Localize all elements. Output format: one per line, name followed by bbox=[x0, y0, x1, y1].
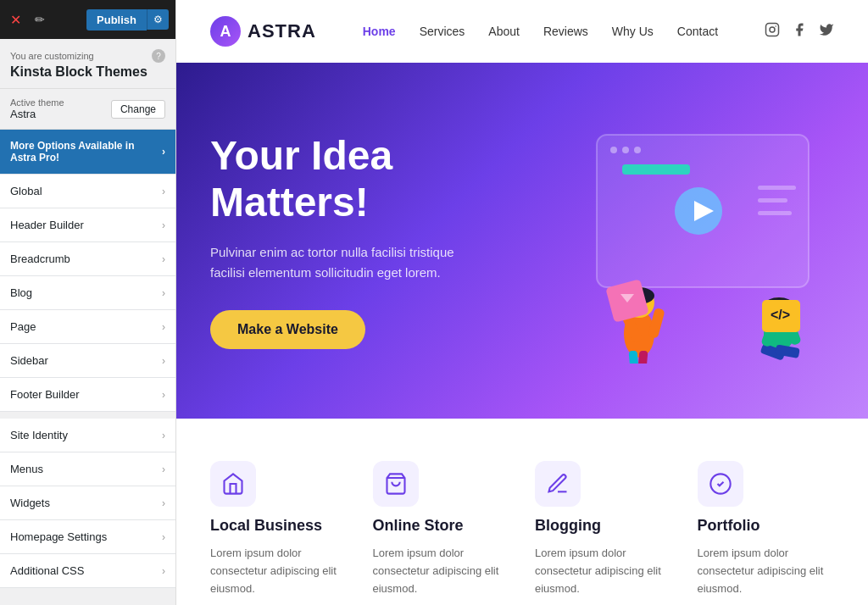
menu-item-footer-builder[interactable]: Footer Builder › bbox=[0, 378, 175, 412]
hero-section: Your Idea Matters! Pulvinar enim ac tort… bbox=[176, 63, 868, 419]
publish-button[interactable]: Publish bbox=[86, 9, 147, 31]
menu-item-widgets[interactable]: Widgets › bbox=[0, 486, 175, 520]
hero-description: Pulvinar enim ac tortor nulla facilisi t… bbox=[210, 242, 481, 283]
chevron-header-builder: › bbox=[162, 219, 165, 231]
menu-label-additional-css: Additional CSS bbox=[10, 564, 84, 577]
nav-links: Home Services About Reviews Why Us Conta… bbox=[363, 25, 718, 38]
svg-rect-12 bbox=[622, 164, 690, 175]
nav-link-why-us[interactable]: Why Us bbox=[612, 25, 654, 38]
pencil-button[interactable]: ✏ bbox=[31, 9, 48, 30]
change-theme-button[interactable]: Change bbox=[111, 100, 165, 119]
menu-item-additional-css[interactable]: Additional CSS › bbox=[0, 554, 175, 588]
svg-rect-0 bbox=[766, 24, 779, 36]
menu-label-site-identity: Site Identity bbox=[10, 429, 68, 441]
chevron-sidebar: › bbox=[162, 355, 165, 367]
website-content: A ASTRA Home Services About Reviews Why … bbox=[176, 0, 868, 605]
instagram-icon[interactable] bbox=[765, 22, 780, 41]
chevron-breadcrumb: › bbox=[162, 253, 165, 265]
portfolio-icon-wrap bbox=[698, 461, 743, 507]
chevron-page: › bbox=[162, 321, 165, 333]
svg-point-5 bbox=[622, 147, 629, 153]
feature-desc-local-business: Lorem ipsum dolor consectetur adipiscing… bbox=[210, 545, 348, 597]
menu-label-menus: Menus bbox=[10, 463, 43, 475]
hero-content: Your Idea Matters! Pulvinar enim ac tort… bbox=[210, 132, 529, 349]
feature-title-portfolio: Portfolio bbox=[698, 517, 835, 535]
menu-label-page: Page bbox=[10, 320, 36, 333]
svg-text:</>: </> bbox=[771, 308, 790, 322]
local-business-icon bbox=[221, 472, 245, 496]
nav-link-about[interactable]: About bbox=[488, 25, 520, 38]
facebook-icon[interactable] bbox=[792, 22, 807, 41]
customizer-info: You are customizing ? Kinsta Block Theme… bbox=[0, 39, 175, 89]
feature-title-online-store: Online Store bbox=[373, 517, 510, 535]
hero-cta-button[interactable]: Make a Website bbox=[210, 310, 365, 349]
active-theme-label: Active theme bbox=[10, 97, 64, 108]
nav-link-contact[interactable]: Contact bbox=[677, 25, 718, 38]
nav-link-home[interactable]: Home bbox=[363, 25, 396, 38]
svg-rect-8 bbox=[758, 198, 787, 203]
customizing-text: You are customizing bbox=[10, 51, 94, 61]
nav-link-reviews[interactable]: Reviews bbox=[543, 25, 588, 38]
active-theme-section: Active theme Astra Change bbox=[0, 89, 175, 130]
help-icon[interactable]: ? bbox=[152, 49, 165, 63]
svg-point-2 bbox=[775, 25, 776, 27]
menu-item-site-identity[interactable]: Site Identity › bbox=[0, 419, 175, 452]
astra-pro-item[interactable]: More Options Available in Astra Pro! › bbox=[0, 130, 175, 175]
nav-link-services[interactable]: Services bbox=[420, 25, 465, 38]
chevron-site-identity: › bbox=[162, 430, 165, 441]
menu-item-sidebar[interactable]: Sidebar › bbox=[0, 344, 175, 378]
nav-social bbox=[765, 22, 834, 41]
toolbar-icons: ✕ ✏ bbox=[7, 8, 48, 31]
chevron-additional-css: › bbox=[162, 565, 165, 577]
chevron-global: › bbox=[162, 186, 165, 197]
chevron-menus: › bbox=[162, 463, 165, 475]
website-preview: A ASTRA Home Services About Reviews Why … bbox=[176, 0, 868, 605]
customizer-panel: ✕ ✏ Publish ⚙ You are customizing ? Kins… bbox=[0, 0, 176, 605]
menu-item-blog[interactable]: Blog › bbox=[0, 276, 175, 310]
portfolio-icon bbox=[709, 472, 732, 496]
svg-rect-7 bbox=[758, 186, 796, 190]
menu-item-breadcrumb[interactable]: Breadcrumb › bbox=[0, 242, 175, 276]
menu-item-menus[interactable]: Menus › bbox=[0, 452, 175, 486]
publish-area: Publish ⚙ bbox=[86, 9, 169, 31]
logo-circle: A bbox=[210, 16, 241, 47]
online-store-icon-wrap bbox=[373, 461, 419, 507]
features-section: Local Business Lorem ipsum dolor consect… bbox=[176, 419, 868, 605]
close-button[interactable]: ✕ bbox=[7, 8, 25, 31]
svg-point-4 bbox=[610, 147, 617, 153]
feature-item-portfolio: Portfolio Lorem ipsum dolor consectetur … bbox=[698, 461, 835, 597]
feature-desc-blogging: Lorem ipsum dolor consectetur adipiscing… bbox=[535, 545, 672, 597]
menu-item-page[interactable]: Page › bbox=[0, 310, 175, 344]
feature-title-local-business: Local Business bbox=[210, 517, 348, 535]
svg-point-1 bbox=[770, 27, 775, 32]
menu-label-breadcrumb: Breadcrumb bbox=[10, 253, 70, 265]
astra-pro-chevron: › bbox=[162, 146, 165, 158]
publish-gear-button[interactable]: ⚙ bbox=[147, 9, 169, 30]
chevron-homepage-settings: › bbox=[162, 531, 165, 543]
local-business-icon-wrap bbox=[210, 461, 256, 507]
menu-item-homepage-settings[interactable]: Homepage Settings › bbox=[0, 520, 175, 554]
menu-item-global[interactable]: Global › bbox=[0, 175, 175, 208]
menu-label-header-builder: Header Builder bbox=[10, 219, 84, 231]
blogging-icon-wrap bbox=[535, 461, 581, 507]
menu-label-global: Global bbox=[10, 185, 42, 197]
hero-title: Your Idea Matters! bbox=[210, 132, 529, 225]
active-theme-name: Astra bbox=[10, 108, 64, 120]
svg-point-6 bbox=[634, 147, 641, 153]
nav-logo: A ASTRA bbox=[210, 16, 316, 47]
logo-text: ASTRA bbox=[248, 20, 316, 42]
feature-item-online-store: Online Store Lorem ipsum dolor consectet… bbox=[373, 461, 510, 597]
site-title: Kinsta Block Themes bbox=[10, 64, 165, 80]
site-nav: A ASTRA Home Services About Reviews Why … bbox=[176, 0, 868, 63]
feature-item-local-business: Local Business Lorem ipsum dolor consect… bbox=[210, 461, 348, 597]
menu-label-blog: Blog bbox=[10, 286, 32, 299]
twitter-icon[interactable] bbox=[819, 22, 834, 41]
active-theme-info: Active theme Astra bbox=[10, 97, 64, 120]
menu-item-header-builder[interactable]: Header Builder › bbox=[0, 208, 175, 242]
astra-pro-label: More Options Available in Astra Pro! bbox=[10, 140, 162, 164]
online-store-icon bbox=[384, 472, 408, 496]
chevron-widgets: › bbox=[162, 497, 165, 509]
feature-desc-online-store: Lorem ipsum dolor consectetur adipiscing… bbox=[373, 545, 510, 597]
customizing-label: You are customizing ? bbox=[10, 49, 165, 63]
menu-label-footer-builder: Footer Builder bbox=[10, 388, 80, 401]
